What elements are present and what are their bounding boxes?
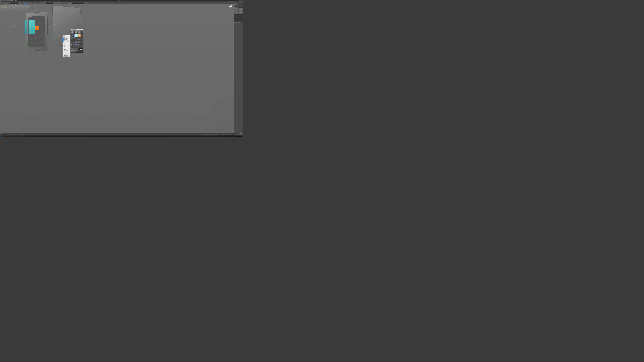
project-path-display[interactable]: C:\Users\lVeto\Documents\3ds Max 2021	[72, 3, 84, 4]
tray-cloud-icon[interactable]: ☁	[230, 136, 231, 136]
vpnav-4[interactable]: ⤢	[242, 134, 243, 135]
snap-3d-button[interactable]: 3	[38, 2, 39, 4]
select-rect-button[interactable]: ▢	[20, 2, 21, 4]
tb-app-7[interactable]	[14, 135, 15, 136]
autokey-button[interactable]: Auto	[229, 134, 231, 135]
bind-button[interactable]: ◧	[7, 2, 8, 4]
tb-app-15[interactable]	[26, 135, 27, 136]
menu-edit[interactable]: Edit	[2, 1, 4, 2]
sample-slot-2[interactable]	[75, 31, 78, 34]
chk-reset[interactable]: Reset xForm	[63, 39, 70, 40]
stack-remove-icon[interactable]	[238, 22, 239, 23]
snap-2d-button[interactable]: 2	[36, 2, 38, 4]
rotate-button[interactable]: ⟲	[24, 2, 26, 4]
tb-app-14[interactable]	[25, 135, 26, 136]
mated-tool-7[interactable]	[77, 38, 78, 39]
play-end-icon[interactable]: ⏭	[228, 134, 228, 135]
export-selection-button[interactable]: Export Selection	[63, 56, 70, 57]
menu-customize[interactable]: Customize	[36, 1, 40, 2]
vpnav-1[interactable]: ✋	[238, 134, 239, 135]
tab-create[interactable]: ✚	[234, 4, 235, 5]
chk-facemap[interactable]: Face Map	[75, 42, 79, 43]
mated-eyedrop-icon[interactable]: ✎	[72, 39, 72, 40]
soften-spin[interactable]: 0.3	[74, 49, 75, 50]
link-button[interactable]: 🔗	[4, 2, 5, 4]
chk-prompt[interactable]: Show prompt before export	[63, 49, 70, 50]
name-suffix-input[interactable]	[68, 44, 70, 45]
chk-wire[interactable]: Wire	[75, 41, 78, 42]
qb-sweep[interactable]: Sweep Pro	[238, 13, 243, 14]
named-selection-dropdown[interactable]: Create Selection Set	[46, 3, 53, 4]
chk-si-color[interactable]	[78, 45, 79, 45]
user-login[interactable]: 👤 Luan_Vetoreti	[228, 1, 234, 2]
viewport-menu-button[interactable]: +	[0, 4, 1, 5]
material-name-input[interactable]: volumematsel1	[72, 39, 78, 40]
menu-tools[interactable]: Tools	[4, 1, 6, 2]
chk-changename[interactable]: Change name	[63, 43, 70, 44]
si-value[interactable]: 0	[81, 45, 82, 45]
mated-tool-8[interactable]	[78, 38, 79, 39]
snap-percent-button[interactable]: %	[40, 2, 42, 4]
qb-ffd[interactable]: FFD Map	[238, 12, 243, 13]
taskbar-lang[interactable]: ENG	[234, 136, 234, 136]
stack-show-icon[interactable]	[235, 22, 236, 23]
set-project-button[interactable]: 📁	[84, 2, 86, 4]
render-button[interactable]: ☕	[70, 2, 72, 4]
stack-unique-icon[interactable]	[236, 22, 238, 23]
tb-app-8[interactable]	[16, 135, 16, 136]
tb-app-12[interactable]	[22, 135, 23, 136]
mated-side-5[interactable]	[82, 35, 82, 36]
play-start-icon[interactable]: ⏮	[222, 134, 223, 135]
mated-tool-4[interactable]	[74, 38, 75, 39]
opacity-value[interactable]: 100	[80, 46, 82, 47]
minimize-button[interactable]: —	[237, 0, 238, 1]
chk-addcol[interactable]	[63, 47, 64, 47]
tb-app-2[interactable]	[6, 135, 8, 136]
tb-app-10[interactable]	[18, 135, 20, 136]
mated-tool-9[interactable]	[79, 38, 80, 39]
qb-unwrap[interactable]: Unwrap UVW	[238, 11, 243, 12]
select-button[interactable]: ▭	[8, 2, 10, 4]
workspace-dropdown[interactable]: Default	[240, 1, 243, 2]
sample-slot-4[interactable]	[71, 34, 75, 37]
tb-app-5[interactable]	[11, 135, 12, 136]
curve-editor-button[interactable]: 〰	[62, 2, 63, 4]
chk-move[interactable]: Move to [0,0,0]	[63, 38, 70, 39]
viewport-label[interactable]: [ + ] [ Perspective ] [ User Defined ] […	[2, 4, 18, 5]
start-button[interactable]	[0, 135, 2, 136]
play-icon[interactable]: ▶	[224, 134, 226, 135]
path-dropdown[interactable]: D:\Cloud\Google - ...\ularkit\objects	[63, 54, 68, 55]
maximize-button[interactable]: ❐	[239, 0, 241, 1]
tb-app-9[interactable]	[17, 135, 18, 136]
placement-button[interactable]: ◉	[27, 2, 29, 4]
sample-slot-6[interactable]	[78, 34, 82, 37]
tb-app-13[interactable]	[23, 135, 24, 136]
menu-substance[interactable]: Substance	[53, 1, 57, 2]
mated-tool-3[interactable]	[73, 38, 74, 39]
menu-group[interactable]: Group	[7, 1, 9, 2]
stack-config-icon[interactable]	[239, 22, 240, 23]
menu-crymax[interactable]: CryMaxTools	[44, 1, 48, 2]
diffuse-swatch[interactable]	[75, 45, 76, 46]
tb-app-4[interactable]	[10, 135, 10, 136]
taskbar-time[interactable]: 3:38 PM	[235, 136, 238, 136]
object-name-field[interactable]	[234, 6, 242, 6]
lock-selection-icon[interactable]: 🔒	[203, 134, 204, 135]
roll-maps[interactable]: ▸ Maps	[71, 52, 83, 53]
mated-side-2[interactable]	[82, 32, 82, 33]
mated-side-7[interactable]	[82, 37, 82, 37]
mated-tool-11[interactable]	[81, 38, 82, 39]
qb-relax[interactable]: Relax	[234, 11, 238, 12]
layer-button[interactable]: ☱	[57, 2, 58, 4]
undo-button[interactable]: ↶	[0, 2, 2, 4]
vpnav-2[interactable]: 🔍	[239, 134, 240, 135]
tb-app-3[interactable]	[8, 135, 9, 136]
vpnav-3[interactable]: ⊕	[240, 134, 241, 135]
unlink-button[interactable]: ⛓	[5, 2, 6, 4]
menu-views[interactable]: Views	[10, 1, 12, 2]
tb-app-1[interactable]	[5, 135, 6, 136]
tab-modify[interactable]: 🌈	[235, 4, 237, 5]
menu-file[interactable]: File	[0, 1, 2, 2]
name-prefix-input[interactable]	[63, 44, 64, 45]
move-button[interactable]: ✥	[23, 2, 24, 4]
